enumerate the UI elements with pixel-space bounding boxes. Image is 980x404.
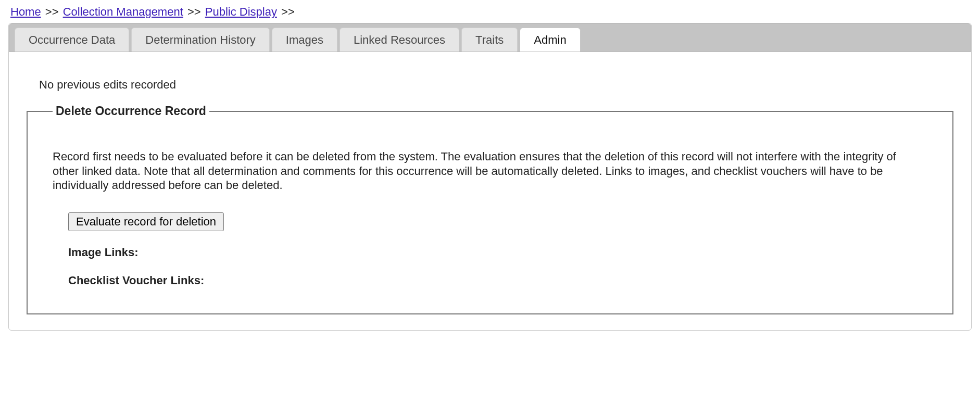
delete-occurrence-fieldset: Delete Occurrence Record Record first ne… (27, 104, 953, 314)
evaluate-record-button[interactable]: Evaluate record for deletion (68, 212, 224, 231)
breadcrumb-home[interactable]: Home (10, 5, 41, 18)
no-previous-edits-text: No previous edits recorded (27, 61, 953, 104)
tab-admin[interactable]: Admin (520, 28, 580, 52)
tab-traits[interactable]: Traits (461, 28, 518, 52)
breadcrumb-collection-management[interactable]: Collection Management (63, 5, 183, 18)
tab-content-admin: No previous edits recorded Delete Occurr… (17, 52, 963, 314)
main-panel: Occurrence Data Determination History Im… (8, 23, 972, 331)
delete-occurrence-legend: Delete Occurrence Record (53, 104, 209, 118)
image-links-label: Image Links: (68, 246, 927, 259)
tab-bar: Occurrence Data Determination History Im… (9, 23, 971, 52)
checklist-voucher-links-label: Checklist Voucher Links: (68, 274, 927, 287)
tab-linked-resources[interactable]: Linked Resources (340, 28, 459, 52)
delete-description: Record first needs to be evaluated befor… (53, 149, 927, 193)
breadcrumb-sep: >> (186, 5, 202, 18)
breadcrumb: Home >> Collection Management >> Public … (8, 5, 972, 22)
tab-occurrence-data[interactable]: Occurrence Data (15, 28, 129, 52)
breadcrumb-sep: >> (44, 5, 60, 18)
tab-determination-history[interactable]: Determination History (131, 28, 270, 52)
breadcrumb-public-display[interactable]: Public Display (205, 5, 277, 18)
breadcrumb-sep: >> (280, 5, 296, 18)
tab-images[interactable]: Images (272, 28, 337, 52)
